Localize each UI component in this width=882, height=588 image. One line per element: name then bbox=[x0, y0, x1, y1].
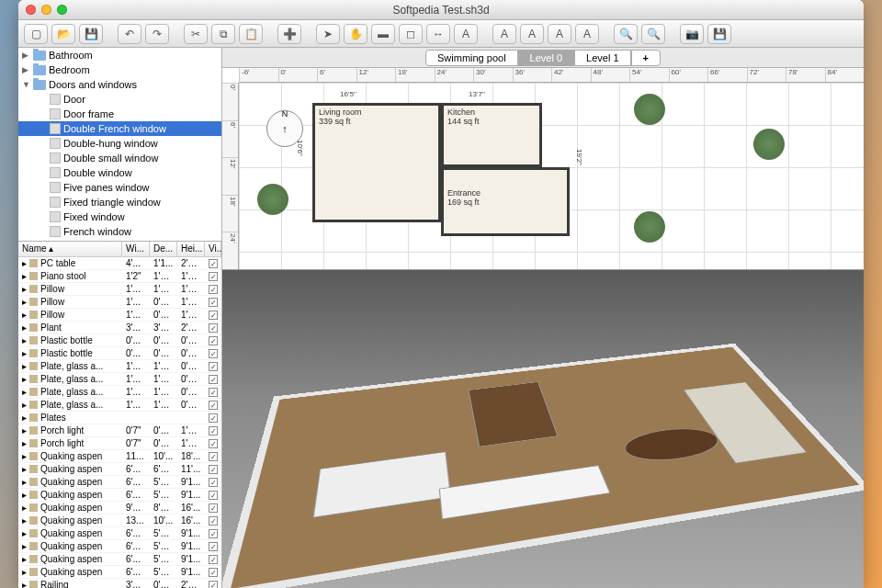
titlebar[interactable]: Softpedia Test.sh3d bbox=[18, 0, 864, 20]
cell-visible[interactable]: ✓ bbox=[205, 284, 221, 295]
cell-visible[interactable]: ✓ bbox=[205, 297, 221, 308]
tree-object[interactable] bbox=[634, 211, 665, 243]
table-row[interactable]: ▸Plate, glass a... 1'... 1'5⅝" 0'6⅜" ✓ bbox=[18, 360, 221, 373]
catalog-folder[interactable]: ▼Doors and windows bbox=[18, 77, 221, 92]
checkbox-icon[interactable]: ✓ bbox=[209, 529, 218, 538]
cell-visible[interactable]: ✓ bbox=[205, 322, 221, 334]
plan-canvas[interactable]: ↑ Living room339 sq ft Kitche bbox=[239, 83, 864, 269]
checkbox-icon[interactable]: ✓ bbox=[209, 568, 218, 577]
cell-visible[interactable]: ✓ bbox=[205, 541, 221, 552]
cell-visible[interactable]: ✓ bbox=[205, 515, 221, 526]
close-icon[interactable] bbox=[26, 5, 36, 15]
table-row[interactable]: ▸Quaking aspen 6'... 5'6⅜" 9'1... ✓ bbox=[18, 527, 221, 540]
save-button[interactable]: 💾 bbox=[79, 24, 103, 44]
room-tool[interactable]: ◻ bbox=[399, 24, 423, 44]
paste-button[interactable]: 📋 bbox=[239, 24, 263, 44]
catalog-item[interactable]: French window bbox=[18, 224, 221, 239]
checkbox-icon[interactable]: ✓ bbox=[209, 542, 218, 551]
cell-visible[interactable]: ✓ bbox=[205, 271, 221, 282]
checkbox-icon[interactable]: ✓ bbox=[209, 311, 218, 320]
save-photo-button[interactable]: 💾 bbox=[707, 24, 731, 44]
table-3d[interactable] bbox=[618, 424, 728, 466]
cell-visible[interactable]: ✓ bbox=[205, 554, 221, 565]
checkbox-icon[interactable]: ✓ bbox=[209, 426, 218, 435]
table-row[interactable]: ▸PC table 4'... 1'1... 2'5⅞" ✓ bbox=[18, 257, 221, 270]
open-button[interactable]: 📂 bbox=[51, 24, 75, 44]
catalog-folder[interactable]: ▶Bedroom bbox=[18, 62, 221, 77]
checkbox-icon[interactable]: ✓ bbox=[209, 349, 218, 358]
col-name[interactable]: Name ▴ bbox=[18, 242, 122, 256]
level-tab[interactable]: Level 0 bbox=[518, 50, 574, 66]
tree-object[interactable] bbox=[634, 94, 665, 125]
col-depth[interactable]: De... bbox=[150, 242, 177, 256]
catalog-item[interactable]: Double window bbox=[18, 165, 221, 180]
table-row[interactable]: ▸Pillow 1'... 1'2¾" 1'1½" ✓ bbox=[18, 283, 221, 296]
cell-visible[interactable]: ✓ bbox=[205, 464, 221, 475]
3d-tool-2[interactable]: A bbox=[520, 24, 544, 44]
checkbox-icon[interactable]: ✓ bbox=[209, 388, 218, 397]
cell-visible[interactable]: ✓ bbox=[205, 503, 221, 514]
catalog-item[interactable]: Fixed triangle window bbox=[18, 195, 221, 209]
checkbox-icon[interactable]: ✓ bbox=[209, 439, 218, 448]
table-row[interactable]: ▸Porch light 0'7" 0'6¾" 1'0½" ✓ bbox=[18, 437, 221, 450]
cell-visible[interactable]: ✓ bbox=[205, 477, 221, 488]
checkbox-icon[interactable]: ✓ bbox=[209, 272, 218, 281]
cell-visible[interactable]: ✓ bbox=[205, 335, 221, 346]
cell-visible[interactable]: ✓ bbox=[205, 348, 221, 359]
checkbox-icon[interactable]: ✓ bbox=[209, 413, 218, 423]
checkbox-icon[interactable]: ✓ bbox=[209, 491, 218, 500]
redo-button[interactable]: ↷ bbox=[145, 24, 169, 44]
catalog-tree[interactable]: ▶Bathroom▶Bedroom▼Doors and windowsDoorD… bbox=[18, 48, 221, 241]
catalog-folder[interactable]: ▶Bathroom bbox=[18, 48, 221, 62]
cell-visible[interactable]: ✓ bbox=[205, 258, 221, 269]
checkbox-icon[interactable]: ✓ bbox=[209, 323, 218, 333]
copy-button[interactable]: ⧉ bbox=[211, 24, 235, 44]
table-row[interactable]: ▸Quaking aspen 6'... 5'6⅜" 9'1... ✓ bbox=[18, 489, 221, 502]
cell-visible[interactable]: ✓ bbox=[205, 567, 221, 578]
table-row[interactable]: ▸Plastic bottle 0'... 0'3¼" 0'1.... ✓ bbox=[18, 347, 221, 360]
checkbox-icon[interactable]: ✓ bbox=[209, 401, 218, 410]
table-row[interactable]: ▸Railing 3'... 0'3⅜" 2'7½" ✓ bbox=[18, 579, 221, 588]
cell-visible[interactable]: ✓ bbox=[205, 451, 221, 462]
table-row[interactable]: ▸Quaking aspen 6'... 5'6⅜" 9'1... ✓ bbox=[18, 553, 221, 566]
zoom-icon[interactable] bbox=[57, 5, 67, 15]
cell-visible[interactable]: ✓ bbox=[205, 425, 221, 436]
table-row[interactable]: ▸Pillow 1'... 0'8¾" 1'1½" ✓ bbox=[18, 309, 221, 322]
3d-tool-1[interactable]: A bbox=[492, 24, 516, 44]
col-visible[interactable]: Vi... bbox=[205, 242, 221, 256]
checkbox-icon[interactable]: ✓ bbox=[209, 465, 218, 474]
checkbox-icon[interactable]: ✓ bbox=[209, 452, 218, 461]
cut-button[interactable]: ✂ bbox=[184, 24, 208, 44]
table-row[interactable]: ▸Quaking aspen 9'... 8'5⅞" 16'... ✓ bbox=[18, 502, 221, 514]
cell-visible[interactable]: ✓ bbox=[205, 310, 221, 321]
select-tool[interactable]: ➤ bbox=[316, 24, 340, 44]
cell-visible[interactable]: ✓ bbox=[205, 490, 221, 501]
col-height[interactable]: Hei... bbox=[177, 242, 205, 256]
table-row[interactable]: ▸Plastic bottle 0'... 0'3⅜" 0'1.... ✓ bbox=[18, 334, 221, 347]
catalog-item[interactable]: Double-hung window bbox=[18, 136, 221, 151]
new-button[interactable]: ▢ bbox=[24, 24, 48, 44]
3d-tool-4[interactable]: A bbox=[575, 24, 599, 44]
checkbox-icon[interactable]: ✓ bbox=[209, 298, 218, 307]
cell-visible[interactable]: ✓ bbox=[205, 413, 221, 424]
entrance-room[interactable]: Entrance169 sq ft bbox=[441, 167, 570, 236]
checkbox-icon[interactable]: ✓ bbox=[209, 259, 218, 268]
cell-visible[interactable]: ✓ bbox=[205, 400, 221, 411]
checkbox-icon[interactable]: ✓ bbox=[209, 336, 218, 345]
cell-visible[interactable]: ✓ bbox=[205, 374, 221, 385]
level-tab[interactable]: Swimming pool bbox=[425, 50, 518, 66]
furniture-table[interactable]: Name ▴ Wi... De... Hei... Vi... ▸PC tabl… bbox=[18, 241, 221, 588]
table-row[interactable]: ▸Quaking aspen 6'... 5'6⅜" 9'1... ✓ bbox=[18, 540, 221, 553]
table-row[interactable]: ▸Plate, glass a... 1'... 1'5⅝" 0'6⅜" ✓ bbox=[18, 386, 221, 399]
cell-visible[interactable]: ✓ bbox=[205, 438, 221, 449]
catalog-item[interactable]: Door frame bbox=[18, 107, 221, 121]
tree-object[interactable] bbox=[753, 129, 785, 160]
table-row[interactable]: ▸Piano stool 1'2" 1'3¼" 1'6⅜" ✓ bbox=[18, 270, 221, 283]
wardrobe-3d[interactable] bbox=[469, 381, 559, 447]
plan-view[interactable]: -6'0'6'12'18'24'30'36'42'48'54'60'66'72'… bbox=[222, 68, 864, 270]
table-row[interactable]: ▸Quaking aspen 11... 10'... 18'... ✓ bbox=[18, 450, 221, 463]
table-row[interactable]: ▸Quaking aspen 6'... 6'3⅝" 11'... ✓ bbox=[18, 463, 221, 476]
checkbox-icon[interactable]: ✓ bbox=[209, 362, 218, 371]
table-row[interactable]: ▸Quaking aspen 6'... 5'6⅜" 9'1... ✓ bbox=[18, 476, 221, 489]
add-level-tab[interactable]: + bbox=[631, 50, 661, 66]
